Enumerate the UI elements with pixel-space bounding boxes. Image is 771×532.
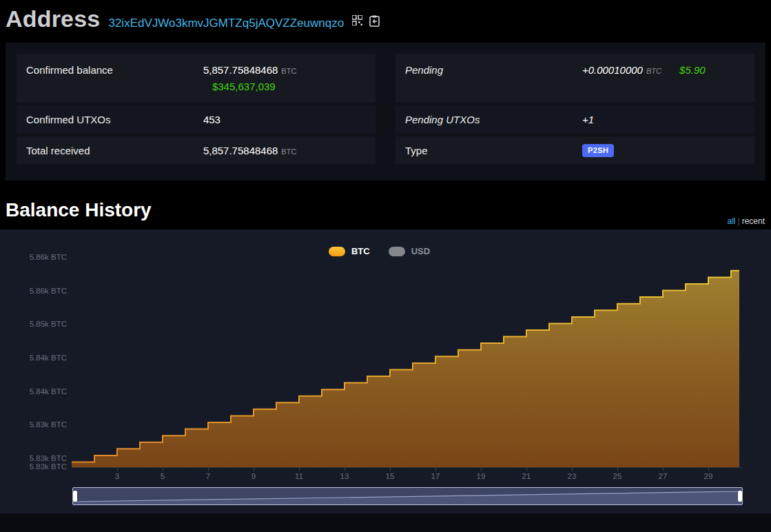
datazoom-left-handle[interactable]	[73, 491, 77, 502]
p2sh-badge: P2SH	[582, 144, 614, 157]
chart-legend: BTC USD	[0, 246, 771, 256]
address-stats-panel: Confirmed balance 5,857.75848468BTC $345…	[6, 43, 765, 181]
pending-label: Pending	[395, 64, 443, 102]
address-type-value: P2SH	[582, 143, 614, 157]
balance-chart[interactable]: 5.86k BTC5.86k BTC5.85k BTC5.84k BTC5.84…	[0, 229, 771, 513]
confirmed-balance-fiat: $345,637,039	[203, 81, 296, 92]
page-header: Address 32ixEdVJWo3kmvJGMTZq5jAQVZZeuwnq…	[6, 6, 380, 32]
legend-usd-label[interactable]: USD	[411, 246, 430, 256]
range-all-link[interactable]: all	[728, 216, 736, 226]
datazoom-slider[interactable]	[72, 487, 743, 505]
balance-history-title: Balance History	[6, 199, 152, 221]
stats-right-column: Pending +0.00010000BTC $5.90 Pending UTX…	[395, 54, 754, 170]
svg-text:27: 27	[659, 472, 668, 480]
datazoom-preview	[73, 488, 742, 504]
legend-btc-swatch[interactable]	[329, 247, 345, 256]
chart-axes	[72, 468, 743, 471]
svg-text:5.86k BTC: 5.86k BTC	[30, 287, 67, 295]
svg-text:11: 11	[295, 472, 303, 480]
svg-text:5: 5	[161, 472, 165, 480]
btc-unit: BTC	[281, 147, 296, 156]
svg-text:5.84k BTC: 5.84k BTC	[30, 354, 67, 362]
pending-utxos-label: Pending UTXOs	[395, 114, 480, 125]
legend-usd-swatch[interactable]	[389, 247, 405, 256]
datazoom-right-handle[interactable]	[738, 491, 742, 502]
svg-text:3: 3	[115, 472, 119, 480]
btc-unit: BTC	[281, 67, 296, 75]
range-separator: |	[738, 216, 740, 226]
pending-utxos-row: Pending UTXOs +1	[395, 105, 754, 133]
total-received-row: Total received 5,857.75848468BTC	[17, 136, 376, 164]
balance-history-panel: 5.86k BTC5.86k BTC5.85k BTC5.84k BTC5.84…	[0, 229, 771, 513]
stats-left-column: Confirmed balance 5,857.75848468BTC $345…	[17, 54, 376, 170]
svg-text:5.85k BTC: 5.85k BTC	[30, 320, 67, 328]
btc-balance-series	[72, 271, 739, 467]
address-type-label: Type	[395, 145, 428, 156]
svg-text:9: 9	[251, 472, 256, 480]
svg-text:5.83k BTC: 5.83k BTC	[30, 454, 67, 462]
copy-to-clipboard-icon[interactable]	[369, 15, 380, 27]
legend-btc-label[interactable]: BTC	[351, 246, 370, 256]
svg-text:5.84k BTC: 5.84k BTC	[30, 387, 67, 396]
confirmed-utxos-label: Confirmed UTXOs	[17, 114, 111, 125]
address-type-row: Type P2SH	[395, 136, 754, 164]
svg-text:15: 15	[386, 472, 395, 480]
total-received-label: Total received	[17, 145, 90, 156]
address-page: Address 32ixEdVJWo3kmvJGMTZq5jAQVZZeuwnq…	[0, 0, 771, 532]
svg-text:19: 19	[477, 472, 486, 480]
svg-text:29: 29	[704, 472, 713, 480]
svg-text:17: 17	[431, 472, 440, 480]
pending-value: +0.00010000BTC $5.90	[582, 64, 706, 76]
pending-utxos-value: +1	[582, 114, 594, 125]
pending-fiat: $5.90	[679, 64, 706, 76]
svg-text:7: 7	[206, 472, 210, 480]
confirmed-utxos-row: Confirmed UTXOs 453	[17, 105, 376, 133]
svg-text:13: 13	[340, 472, 349, 480]
confirmed-balance-row: Confirmed balance 5,857.75848468BTC $345…	[17, 54, 376, 102]
svg-text:25: 25	[613, 472, 622, 480]
svg-text:23: 23	[568, 472, 577, 480]
pending-row: Pending +0.00010000BTC $5.90	[395, 54, 754, 102]
btc-unit: BTC	[646, 67, 661, 75]
confirmed-utxos-value: 453	[203, 114, 220, 125]
total-received-value: 5,857.75848468BTC	[203, 145, 296, 156]
range-recent-link[interactable]: recent	[742, 216, 765, 226]
range-selector: all|recent	[728, 216, 765, 226]
address-link[interactable]: 32ixEdVJWo3kmvJGMTZq5jAQVZZeuwnqzo	[108, 17, 344, 30]
svg-text:5.83k BTC: 5.83k BTC	[30, 462, 67, 471]
confirmed-balance-label: Confirmed balance	[17, 64, 113, 102]
page-title: Address	[6, 6, 100, 32]
confirmed-balance-value: 5,857.75848468BTC $345,637,039	[203, 64, 296, 92]
page-footer-strip	[0, 513, 771, 532]
svg-text:5.83k BTC: 5.83k BTC	[30, 420, 67, 429]
svg-text:21: 21	[522, 472, 531, 480]
qr-code-icon[interactable]	[352, 15, 362, 25]
